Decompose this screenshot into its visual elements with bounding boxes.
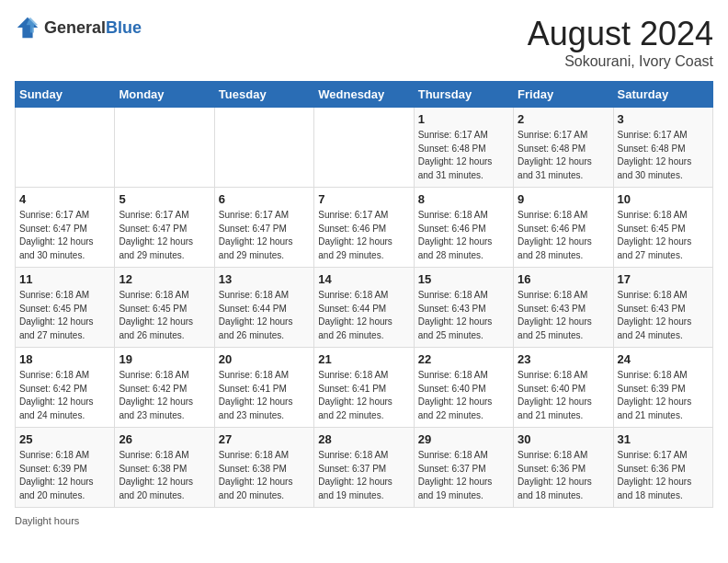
day-number: 28 xyxy=(318,432,409,446)
day-info: Sunrise: 6:18 AM Sunset: 6:41 PM Dayligh… xyxy=(318,369,409,422)
header-row: SundayMondayTuesdayWednesdayThursdayFrid… xyxy=(16,82,713,108)
day-info: Sunrise: 6:18 AM Sunset: 6:37 PM Dayligh… xyxy=(318,449,409,502)
week-row-3: 11Sunrise: 6:18 AM Sunset: 6:45 PM Dayli… xyxy=(16,268,713,348)
day-number: 23 xyxy=(518,352,609,366)
day-number: 9 xyxy=(518,192,609,206)
day-info: Sunrise: 6:18 AM Sunset: 6:39 PM Dayligh… xyxy=(618,369,709,422)
day-info: Sunrise: 6:18 AM Sunset: 6:42 PM Dayligh… xyxy=(119,369,210,422)
day-info: Sunrise: 6:18 AM Sunset: 6:43 PM Dayligh… xyxy=(618,289,709,342)
day-cell: 23Sunrise: 6:18 AM Sunset: 6:40 PM Dayli… xyxy=(514,348,613,428)
day-cell: 19Sunrise: 6:18 AM Sunset: 6:42 PM Dayli… xyxy=(115,348,214,428)
day-info: Sunrise: 6:18 AM Sunset: 6:39 PM Dayligh… xyxy=(19,449,110,502)
day-number: 6 xyxy=(219,192,310,206)
day-cell: 29Sunrise: 6:18 AM Sunset: 6:37 PM Dayli… xyxy=(414,428,513,508)
day-cell: 2Sunrise: 6:17 AM Sunset: 6:48 PM Daylig… xyxy=(514,108,613,188)
day-number: 8 xyxy=(418,192,509,206)
day-cell: 22Sunrise: 6:18 AM Sunset: 6:40 PM Dayli… xyxy=(414,348,513,428)
day-number: 12 xyxy=(119,272,210,286)
day-info: Sunrise: 6:17 AM Sunset: 6:48 PM Dayligh… xyxy=(518,129,609,182)
day-cell: 6Sunrise: 6:17 AM Sunset: 6:47 PM Daylig… xyxy=(214,188,313,268)
header-cell-wednesday: Wednesday xyxy=(314,82,414,108)
day-number: 15 xyxy=(418,272,509,286)
logo-text-blue: Blue xyxy=(106,18,142,37)
logo-icon xyxy=(15,15,40,40)
day-info: Sunrise: 6:18 AM Sunset: 6:44 PM Dayligh… xyxy=(219,289,310,342)
calendar-table: SundayMondayTuesdayWednesdayThursdayFrid… xyxy=(15,81,713,508)
day-number: 16 xyxy=(518,272,609,286)
day-cell: 21Sunrise: 6:18 AM Sunset: 6:41 PM Dayli… xyxy=(314,348,414,428)
day-info: Sunrise: 6:18 AM Sunset: 6:43 PM Dayligh… xyxy=(418,289,509,342)
day-cell: 13Sunrise: 6:18 AM Sunset: 6:44 PM Dayli… xyxy=(214,268,313,348)
title-block: August 2024 Sokourani, Ivory Coast xyxy=(528,15,713,70)
main-title: August 2024 xyxy=(528,15,713,53)
day-info: Sunrise: 6:17 AM Sunset: 6:47 PM Dayligh… xyxy=(119,209,210,262)
day-info: Sunrise: 6:18 AM Sunset: 6:46 PM Dayligh… xyxy=(418,209,509,262)
day-info: Sunrise: 6:18 AM Sunset: 6:43 PM Dayligh… xyxy=(518,289,609,342)
day-number: 7 xyxy=(318,192,409,206)
day-number: 3 xyxy=(618,112,709,126)
day-number: 17 xyxy=(618,272,709,286)
header-cell-monday: Monday xyxy=(115,82,214,108)
page-header: GeneralBlue August 2024 Sokourani, Ivory… xyxy=(15,15,713,70)
day-cell xyxy=(314,108,414,188)
logo: GeneralBlue xyxy=(15,15,142,40)
day-info: Sunrise: 6:17 AM Sunset: 6:36 PM Dayligh… xyxy=(618,449,709,502)
day-info: Sunrise: 6:18 AM Sunset: 6:42 PM Dayligh… xyxy=(19,369,110,422)
day-cell: 4Sunrise: 6:17 AM Sunset: 6:47 PM Daylig… xyxy=(16,188,115,268)
day-cell xyxy=(214,108,313,188)
day-cell: 20Sunrise: 6:18 AM Sunset: 6:41 PM Dayli… xyxy=(214,348,313,428)
day-cell: 27Sunrise: 6:18 AM Sunset: 6:38 PM Dayli… xyxy=(214,428,313,508)
day-info: Sunrise: 6:18 AM Sunset: 6:45 PM Dayligh… xyxy=(618,209,709,262)
day-number: 24 xyxy=(618,352,709,366)
day-info: Sunrise: 6:17 AM Sunset: 6:48 PM Dayligh… xyxy=(418,129,509,182)
day-number: 20 xyxy=(219,352,310,366)
day-info: Sunrise: 6:18 AM Sunset: 6:37 PM Dayligh… xyxy=(418,449,509,502)
week-row-2: 4Sunrise: 6:17 AM Sunset: 6:47 PM Daylig… xyxy=(16,188,713,268)
day-cell xyxy=(16,108,115,188)
header-cell-friday: Friday xyxy=(514,82,613,108)
day-info: Sunrise: 6:18 AM Sunset: 6:36 PM Dayligh… xyxy=(518,449,609,502)
day-number: 19 xyxy=(119,352,210,366)
day-cell xyxy=(115,108,214,188)
day-cell: 14Sunrise: 6:18 AM Sunset: 6:44 PM Dayli… xyxy=(314,268,414,348)
day-info: Sunrise: 6:18 AM Sunset: 6:46 PM Dayligh… xyxy=(518,209,609,262)
day-cell: 9Sunrise: 6:18 AM Sunset: 6:46 PM Daylig… xyxy=(514,188,613,268)
day-number: 10 xyxy=(618,192,709,206)
subtitle: Sokourani, Ivory Coast xyxy=(528,53,713,70)
day-number: 31 xyxy=(618,432,709,446)
day-cell: 5Sunrise: 6:17 AM Sunset: 6:47 PM Daylig… xyxy=(115,188,214,268)
day-cell: 28Sunrise: 6:18 AM Sunset: 6:37 PM Dayli… xyxy=(314,428,414,508)
day-info: Sunrise: 6:18 AM Sunset: 6:40 PM Dayligh… xyxy=(418,369,509,422)
day-cell: 30Sunrise: 6:18 AM Sunset: 6:36 PM Dayli… xyxy=(514,428,613,508)
day-number: 5 xyxy=(119,192,210,206)
day-cell: 26Sunrise: 6:18 AM Sunset: 6:38 PM Dayli… xyxy=(115,428,214,508)
day-info: Sunrise: 6:18 AM Sunset: 6:41 PM Dayligh… xyxy=(219,369,310,422)
day-number: 13 xyxy=(219,272,310,286)
header-cell-tuesday: Tuesday xyxy=(214,82,313,108)
day-number: 29 xyxy=(418,432,509,446)
week-row-5: 25Sunrise: 6:18 AM Sunset: 6:39 PM Dayli… xyxy=(16,428,713,508)
day-cell: 11Sunrise: 6:18 AM Sunset: 6:45 PM Dayli… xyxy=(16,268,115,348)
day-info: Sunrise: 6:18 AM Sunset: 6:38 PM Dayligh… xyxy=(119,449,210,502)
day-cell: 18Sunrise: 6:18 AM Sunset: 6:42 PM Dayli… xyxy=(16,348,115,428)
day-number: 1 xyxy=(418,112,509,126)
day-number: 27 xyxy=(219,432,310,446)
day-info: Sunrise: 6:17 AM Sunset: 6:47 PM Dayligh… xyxy=(19,209,110,262)
calendar-body: 1Sunrise: 6:17 AM Sunset: 6:48 PM Daylig… xyxy=(16,108,713,508)
logo-text-general: General xyxy=(44,18,106,37)
day-cell: 24Sunrise: 6:18 AM Sunset: 6:39 PM Dayli… xyxy=(613,348,712,428)
day-cell: 25Sunrise: 6:18 AM Sunset: 6:39 PM Dayli… xyxy=(16,428,115,508)
day-number: 4 xyxy=(19,192,110,206)
day-cell: 1Sunrise: 6:17 AM Sunset: 6:48 PM Daylig… xyxy=(414,108,513,188)
day-number: 14 xyxy=(318,272,409,286)
day-number: 30 xyxy=(518,432,609,446)
day-cell: 7Sunrise: 6:17 AM Sunset: 6:46 PM Daylig… xyxy=(314,188,414,268)
day-info: Sunrise: 6:18 AM Sunset: 6:45 PM Dayligh… xyxy=(19,289,110,342)
day-number: 21 xyxy=(318,352,409,366)
header-cell-thursday: Thursday xyxy=(414,82,513,108)
day-cell: 10Sunrise: 6:18 AM Sunset: 6:45 PM Dayli… xyxy=(613,188,712,268)
day-cell: 8Sunrise: 6:18 AM Sunset: 6:46 PM Daylig… xyxy=(414,188,513,268)
day-info: Sunrise: 6:18 AM Sunset: 6:44 PM Dayligh… xyxy=(318,289,409,342)
day-number: 18 xyxy=(19,352,110,366)
footer-note: Daylight hours xyxy=(15,515,713,526)
